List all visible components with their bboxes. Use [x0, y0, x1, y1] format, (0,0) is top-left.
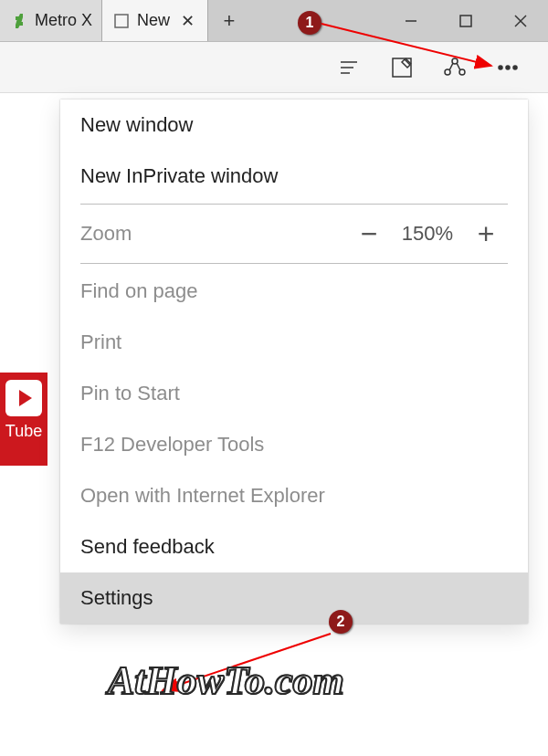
separator — [80, 204, 508, 205]
more-menu: New window New InPrivate window Zoom − 1… — [60, 100, 528, 624]
svg-line-13 — [449, 63, 453, 70]
svg-rect-0 — [115, 15, 128, 27]
zoom-value: 150% — [391, 222, 464, 246]
deviantart-icon — [11, 13, 27, 29]
menu-dev-tools[interactable]: F12 Developer Tools — [60, 419, 528, 470]
menu-new-window[interactable]: New window — [60, 100, 528, 151]
svg-point-15 — [499, 66, 502, 69]
youtube-icon — [5, 380, 42, 416]
svg-point-17 — [513, 66, 517, 69]
menu-open-ie[interactable]: Open with Internet Explorer — [60, 470, 528, 521]
tab-metrox[interactable]: Metro X — [0, 0, 102, 41]
separator — [80, 263, 508, 264]
callout-badge-2: 2 — [329, 610, 353, 634]
menu-new-inprivate[interactable]: New InPrivate window — [60, 151, 528, 202]
web-note-icon[interactable] — [389, 55, 415, 80]
minimize-button[interactable] — [384, 0, 438, 42]
menu-settings[interactable]: Settings — [60, 572, 528, 624]
youtube-tile[interactable]: Tube — [0, 373, 47, 466]
toolbar — [0, 42, 548, 93]
close-window-button[interactable] — [493, 0, 548, 42]
tab-label: New — [137, 11, 170, 30]
youtube-label: Tube — [0, 422, 47, 441]
callout-badge-1: 1 — [298, 11, 321, 35]
menu-print[interactable]: Print — [60, 317, 528, 368]
menu-zoom-row: Zoom − 150% + — [60, 206, 528, 261]
more-icon[interactable] — [495, 55, 521, 80]
zoom-label: Zoom — [80, 222, 347, 246]
close-tab-icon[interactable]: ✕ — [177, 11, 198, 31]
tab-label: Metro X — [35, 11, 92, 30]
zoom-out-button[interactable]: − — [347, 217, 391, 251]
watermark-text: AtHowTo.com — [108, 657, 344, 704]
svg-line-14 — [457, 63, 460, 70]
zoom-in-button[interactable]: + — [464, 217, 508, 251]
page-icon — [113, 13, 130, 29]
window-controls — [384, 0, 548, 41]
reading-list-icon[interactable] — [336, 55, 362, 80]
tab-new[interactable]: New ✕ — [102, 0, 208, 41]
menu-pin-to-start[interactable]: Pin to Start — [60, 368, 528, 419]
svg-rect-2 — [460, 16, 471, 26]
menu-send-feedback[interactable]: Send feedback — [60, 521, 528, 572]
new-tab-button[interactable]: + — [208, 0, 250, 41]
menu-find-on-page[interactable]: Find on page — [60, 266, 528, 317]
titlebar: Metro X New ✕ + — [0, 0, 548, 42]
svg-point-16 — [506, 66, 510, 69]
maximize-button[interactable] — [438, 0, 493, 42]
share-icon[interactable] — [442, 55, 468, 80]
